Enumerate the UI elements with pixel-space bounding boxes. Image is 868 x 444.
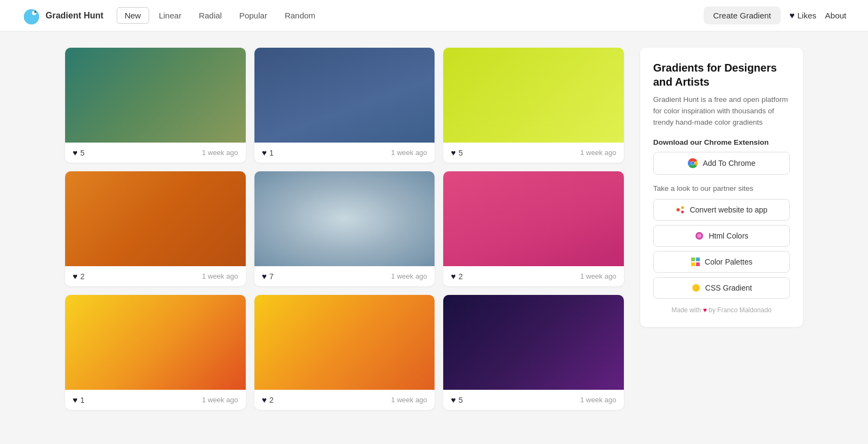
logo[interactable]: Gradient Hunt: [22, 6, 104, 25]
logo-text: Gradient Hunt: [46, 11, 104, 21]
likes-label: Likes: [797, 11, 816, 20]
svg-point-9: [681, 210, 684, 213]
gradient-preview[interactable]: [443, 171, 624, 266]
like-count: 5: [458, 149, 463, 157]
card-footer: ♥ 2 1 week ago: [443, 266, 624, 286]
like-area[interactable]: ♥ 5: [451, 148, 463, 157]
heart-icon: ♥: [262, 395, 267, 404]
convert-icon: [675, 205, 685, 215]
card-footer: ♥ 5 1 week ago: [443, 390, 624, 410]
like-area[interactable]: ♥ 5: [73, 148, 85, 157]
nav-linear[interactable]: Linear: [151, 8, 189, 23]
html-colors-label: Html Colors: [709, 231, 748, 240]
gradient-card: ♥ 5 1 week ago: [443, 48, 624, 163]
like-area[interactable]: ♥ 5: [451, 395, 463, 404]
gradient-preview[interactable]: [254, 295, 435, 390]
svg-point-1: [24, 9, 39, 24]
gradient-preview[interactable]: [65, 171, 246, 266]
chrome-icon: [687, 158, 698, 169]
color-palettes-icon: [691, 257, 700, 267]
gradient-grid: ♥ 5 1 week ago ♥ 1 1 week ago ♥: [65, 48, 624, 410]
heart-icon: ♥: [451, 148, 456, 157]
logo-icon: [22, 6, 41, 25]
gradient-preview[interactable]: [254, 48, 435, 143]
add-to-chrome-label: Add To Chrome: [703, 159, 755, 168]
svg-point-16: [692, 284, 700, 292]
gradient-card: ♥ 5 1 week ago: [443, 295, 624, 410]
sidebar-section: Gradients for Designers and Artists Grad…: [640, 48, 803, 327]
like-area[interactable]: ♥ 2: [262, 395, 274, 404]
time-ago: 1 week ago: [202, 272, 238, 280]
svg-point-11: [697, 234, 701, 238]
like-area[interactable]: ♥ 2: [451, 272, 463, 281]
nav-radial[interactable]: Radial: [191, 8, 229, 23]
heart-icon: ♥: [73, 272, 78, 281]
heart-icon: ♥: [262, 272, 267, 281]
nav-random[interactable]: Random: [277, 8, 323, 23]
heart-icon: ♥: [73, 148, 78, 157]
like-count: 2: [270, 396, 274, 404]
gradient-card: ♥ 7 1 week ago: [254, 171, 435, 286]
css-gradient-label: CSS Gradient: [705, 284, 752, 292]
add-to-chrome-button[interactable]: Add To Chrome: [653, 152, 790, 175]
likes-button[interactable]: ♥ Likes: [789, 11, 816, 21]
html-colors-button[interactable]: Html Colors: [653, 225, 790, 247]
like-area[interactable]: ♥ 2: [73, 272, 85, 281]
about-button[interactable]: About: [825, 11, 846, 20]
svg-rect-12: [691, 258, 695, 261]
gradient-preview[interactable]: [254, 171, 435, 266]
gradient-card: ♥ 2 1 week ago: [254, 295, 435, 410]
card-footer: ♥ 5 1 week ago: [65, 143, 246, 163]
time-ago: 1 week ago: [202, 149, 238, 157]
like-count: 7: [270, 272, 274, 281]
heart-decoration: ♥: [703, 306, 707, 314]
css-gradient-button[interactable]: CSS Gradient: [653, 277, 790, 299]
time-ago: 1 week ago: [580, 396, 616, 404]
gradient-preview[interactable]: [443, 48, 624, 143]
gradient-card: ♥ 1 1 week ago: [254, 48, 435, 163]
time-ago: 1 week ago: [391, 149, 427, 157]
sidebar-title: Gradients for Designers and Artists: [653, 61, 790, 89]
main-container: ♥ 5 1 week ago ♥ 1 1 week ago ♥: [54, 31, 814, 426]
convert-website-label: Convert website to app: [690, 205, 767, 214]
heart-icon: ♥: [451, 272, 456, 281]
gradient-preview[interactable]: [65, 48, 246, 143]
like-area[interactable]: ♥ 1: [262, 148, 274, 157]
card-footer: ♥ 2 1 week ago: [254, 390, 435, 410]
like-count: 5: [458, 396, 463, 404]
gradient-preview[interactable]: [443, 295, 624, 390]
heart-icon: ♥: [73, 395, 78, 404]
time-ago: 1 week ago: [580, 149, 616, 157]
card-footer: ♥ 7 1 week ago: [254, 266, 435, 286]
like-count: 2: [80, 272, 85, 281]
heart-icon: ♥: [451, 395, 456, 404]
time-ago: 1 week ago: [580, 272, 616, 280]
svg-point-7: [676, 208, 680, 211]
color-palettes-button[interactable]: Color Palettes: [653, 251, 790, 273]
download-label: Download our Chrome Extension: [653, 138, 790, 146]
gradient-card: ♥ 5 1 week ago: [65, 48, 246, 163]
gradient-card: ♥ 1 1 week ago: [65, 295, 246, 410]
card-footer: ♥ 2 1 week ago: [65, 266, 246, 286]
create-gradient-button[interactable]: Create Gradient: [704, 7, 781, 24]
convert-website-button[interactable]: Convert website to app: [653, 199, 790, 221]
partner-label: Take a look to our partner sites: [653, 184, 790, 192]
heart-icon: ♥: [262, 148, 267, 157]
color-palettes-label: Color Palettes: [705, 258, 752, 266]
time-ago: 1 week ago: [391, 396, 427, 404]
gradient-preview[interactable]: [65, 295, 246, 390]
sidebar-description: Gradient Hunt is a free and open platfor…: [653, 94, 790, 128]
gradient-card: ♥ 2 1 week ago: [443, 171, 624, 286]
heart-icon: ♥: [789, 11, 795, 21]
card-footer: ♥ 1 1 week ago: [254, 143, 435, 163]
chrome-extension-label: Chrome Extension: [704, 138, 769, 146]
css-gradient-icon: [691, 283, 701, 293]
like-area[interactable]: ♥ 7: [262, 272, 274, 281]
sidebar: Gradients for Designers and Artists Grad…: [640, 48, 803, 410]
like-count: 1: [270, 149, 274, 157]
header-right: Create Gradient ♥ Likes About: [704, 7, 846, 24]
nav-new[interactable]: New: [117, 7, 149, 24]
like-count: 5: [80, 149, 85, 157]
nav-popular[interactable]: Popular: [232, 8, 275, 23]
like-area[interactable]: ♥ 1: [73, 395, 85, 404]
